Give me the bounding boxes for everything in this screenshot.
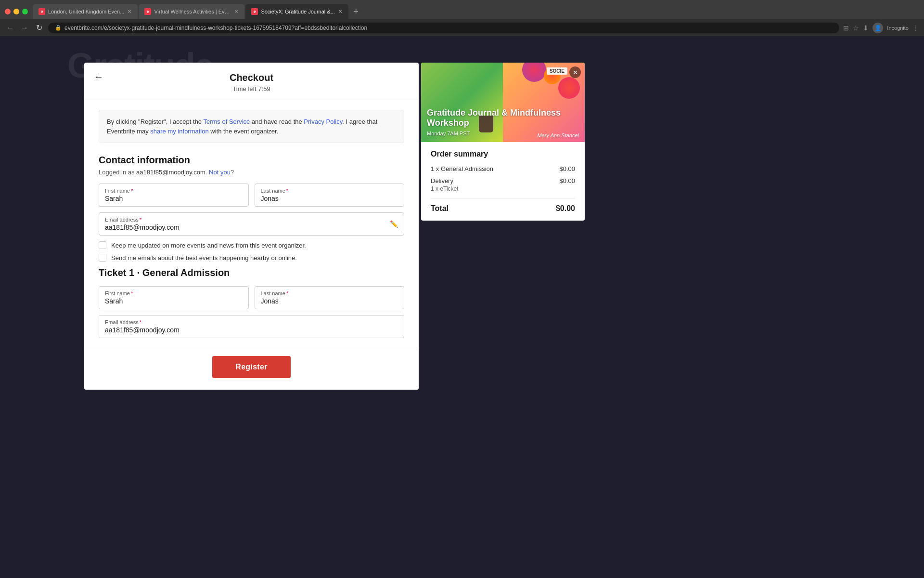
- register-button[interactable]: Register: [212, 356, 290, 378]
- browser-actions: ⊞ ☆ ⬇ 👤 Incognito ⋮: [843, 23, 919, 33]
- tab-close-1[interactable]: ✕: [127, 8, 132, 15]
- share-info-link[interactable]: share my information: [150, 128, 208, 135]
- tos-link[interactable]: Terms of Service: [203, 118, 250, 125]
- ticket-first-name-value: Sarah: [105, 297, 243, 305]
- tab-favicon-3: e: [251, 8, 258, 15]
- checkbox-1[interactable]: [99, 241, 106, 249]
- ticket-last-name-field[interactable]: Last name* Jonas: [255, 286, 405, 309]
- terms-text-end: with the event organizer.: [209, 128, 279, 135]
- checkout-title: Checkout: [99, 72, 404, 83]
- checkbox-row-1: Keep me updated on more events and news …: [99, 241, 404, 249]
- order-item-price: $0.00: [559, 165, 575, 172]
- checkbox-row-2: Send me emails about the best events hap…: [99, 254, 404, 262]
- delivery-line: Delivery 1 x eTicket $0.00: [431, 177, 575, 192]
- last-name-label: Last name*: [261, 188, 398, 194]
- ticket-first-name-label: First name*: [105, 290, 243, 296]
- bookmark-icon[interactable]: ☆: [853, 24, 859, 32]
- page-background: Gratitude ← Checkout Time left 7:59 By c…: [0, 36, 924, 578]
- checkout-modal: ← Checkout Time left 7:59 By clicking "R…: [84, 63, 419, 390]
- checkout-body: By clicking "Register", I accept the Ter…: [84, 100, 419, 348]
- email-value: aa181f85@moodjoy.com: [105, 223, 390, 231]
- terms-text-mid: and have read the: [250, 118, 304, 125]
- terms-text-pre: By clicking "Register", I accept the: [107, 118, 203, 125]
- download-icon[interactable]: ⬇: [863, 24, 869, 32]
- delivery-sub: 1 x eTicket: [431, 185, 559, 192]
- maximize-traffic-light[interactable]: [22, 9, 28, 14]
- logged-in-label: Logged in as: [99, 169, 136, 176]
- extensions-icon[interactable]: ⊞: [843, 24, 849, 32]
- ticket-section-title: Ticket 1 · General Admission: [99, 267, 404, 278]
- tab-close-2[interactable]: ✕: [234, 8, 239, 15]
- order-item-label: 1 x General Admission: [431, 165, 559, 172]
- logged-in-email: aa181f85@moodjoy.com: [136, 169, 205, 176]
- total-price: $0.00: [556, 204, 575, 213]
- contact-section-title: Contact information: [99, 155, 404, 166]
- profile-icon[interactable]: 👤: [873, 23, 883, 33]
- question-mark: ?: [231, 169, 234, 176]
- minimize-traffic-light[interactable]: [13, 9, 19, 14]
- ticket-email-field-inner: Email address* aa181f85@moodjoy.com: [105, 319, 398, 334]
- order-divider: [431, 198, 575, 198]
- checkout-timer: Time left 7:59: [99, 85, 404, 92]
- back-button[interactable]: ←: [94, 71, 103, 82]
- url-text: eventbrite.com/e/societyx-gratitude-jour…: [64, 25, 367, 31]
- privacy-link[interactable]: Privacy Policy: [304, 118, 342, 125]
- tab-label-3: SocietyX: Gratitude Journal &...: [261, 9, 334, 14]
- lock-icon: 🔒: [55, 25, 62, 31]
- last-name-value: Jonas: [261, 195, 398, 202]
- register-button-area: Register: [84, 348, 419, 390]
- edit-email-icon[interactable]: ✏️: [390, 220, 398, 228]
- browser-tab-3[interactable]: e SocietyX: Gratitude Journal &... ✕: [245, 4, 348, 19]
- contact-last-name-field[interactable]: Last name* Jonas: [255, 184, 405, 207]
- traffic-lights: [5, 9, 28, 14]
- reload-button[interactable]: ↻: [34, 23, 44, 33]
- logged-in-info: Logged in as aa181f85@moodjoy.com. Not y…: [99, 169, 404, 176]
- deco-circle-3: [558, 77, 580, 99]
- contact-first-name-field[interactable]: First name* Sarah: [99, 184, 249, 207]
- contact-email-field[interactable]: Email address* aa181f85@moodjoy.com ✏️: [99, 212, 404, 236]
- order-summary-title: Order summary: [431, 150, 575, 158]
- email-label: Email address*: [105, 217, 390, 223]
- tab-label-1: London, United Kingdom Even...: [48, 9, 124, 14]
- incognito-label: Incognito: [887, 25, 909, 31]
- ticket-first-name-field[interactable]: First name* Sarah: [99, 286, 249, 309]
- terms-box: By clicking "Register", I accept the Ter…: [99, 110, 404, 143]
- menu-icon[interactable]: ⋮: [912, 24, 919, 32]
- browser-tab-2[interactable]: e Virtual Wellness Activities | Eve... ✕: [139, 4, 244, 19]
- new-tab-button[interactable]: +: [349, 5, 363, 18]
- not-you-link[interactable]: Not you: [209, 169, 231, 176]
- order-total-line: Total $0.00: [431, 204, 575, 213]
- back-button[interactable]: ←: [5, 23, 15, 33]
- checkbox-label-2: Send me emails about the best events hap…: [111, 254, 297, 262]
- address-bar[interactable]: 🔒 eventbrite.com/e/societyx-gratitude-jo…: [48, 23, 839, 33]
- close-traffic-light[interactable]: [5, 9, 11, 14]
- delivery-price: $0.00: [559, 177, 575, 184]
- checkbox-label-1: Keep me updated on more events and news …: [111, 242, 306, 249]
- order-item-line: 1 x General Admission $0.00: [431, 165, 575, 172]
- tab-favicon-1: e: [38, 8, 45, 15]
- society-badge: SOCIE: [547, 67, 567, 75]
- first-name-value: Sarah: [105, 195, 243, 202]
- ticket-last-name-value: Jonas: [261, 297, 398, 305]
- checkbox-2[interactable]: [99, 254, 106, 262]
- browser-controls: ← → ↻ 🔒 eventbrite.com/e/societyx-gratit…: [0, 19, 924, 36]
- ticket-email-field[interactable]: Email address* aa181f85@moodjoy.com: [99, 315, 404, 338]
- order-summary-body: Order summary 1 x General Admission $0.0…: [421, 142, 585, 221]
- event-title: Gratitude Journal & Mindfulness Workshop: [427, 108, 579, 129]
- contact-name-row: First name* Sarah Last name* Jonas: [99, 184, 404, 207]
- tab-bar: e London, United Kingdom Even... ✕ e Vir…: [0, 0, 924, 19]
- tab-close-3[interactable]: ✕: [338, 8, 343, 15]
- first-name-label: First name*: [105, 188, 243, 194]
- close-sidebar-button[interactable]: ✕: [569, 66, 581, 78]
- event-image: Gratitude Journal & Mindfulness Workshop…: [421, 63, 585, 142]
- ticket-name-row: First name* Sarah Last name* Jonas: [99, 286, 404, 309]
- order-sidebar: Gratitude Journal & Mindfulness Workshop…: [421, 63, 585, 221]
- browser-tab-1[interactable]: e London, United Kingdom Even... ✕: [33, 4, 138, 19]
- delivery-label: Delivery 1 x eTicket: [431, 177, 559, 192]
- total-label: Total: [431, 204, 449, 213]
- ticket-last-name-label: Last name*: [261, 290, 398, 296]
- forward-button[interactable]: →: [19, 23, 30, 33]
- email-field-inner: Email address* aa181f85@moodjoy.com: [105, 217, 390, 231]
- tab-label-2: Virtual Wellness Activities | Eve...: [154, 9, 231, 14]
- ticket-email-value: aa181f85@moodjoy.com: [105, 326, 398, 334]
